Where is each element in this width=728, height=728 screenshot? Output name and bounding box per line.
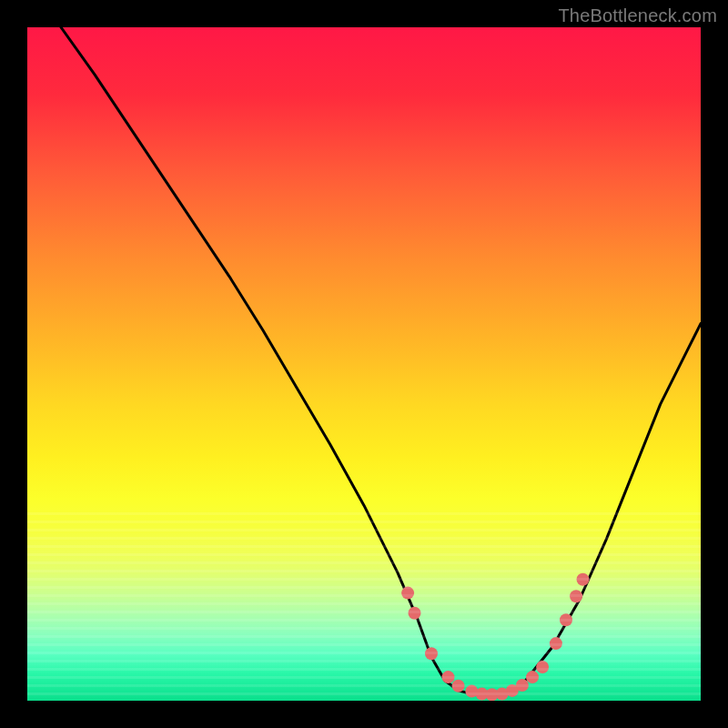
- data-dot: [526, 671, 539, 683]
- data-dot: [425, 647, 438, 660]
- data-dot: [560, 613, 572, 626]
- data-dot: [442, 671, 455, 683]
- data-dot: [550, 637, 562, 650]
- bottleneck-curve: [61, 27, 701, 695]
- dot-group: [401, 573, 589, 701]
- data-dot: [516, 679, 529, 692]
- chart-svg: [27, 27, 701, 701]
- data-dot: [536, 661, 549, 673]
- watermark-text: TheBottleneck.com: [558, 5, 717, 26]
- data-dot: [570, 590, 582, 602]
- data-dot: [577, 573, 590, 586]
- outer-frame: TheBottleneck.com: [0, 0, 728, 728]
- data-dot: [409, 607, 421, 620]
- data-dot: [401, 587, 414, 600]
- plot-area: [27, 27, 701, 701]
- data-dot: [452, 680, 465, 693]
